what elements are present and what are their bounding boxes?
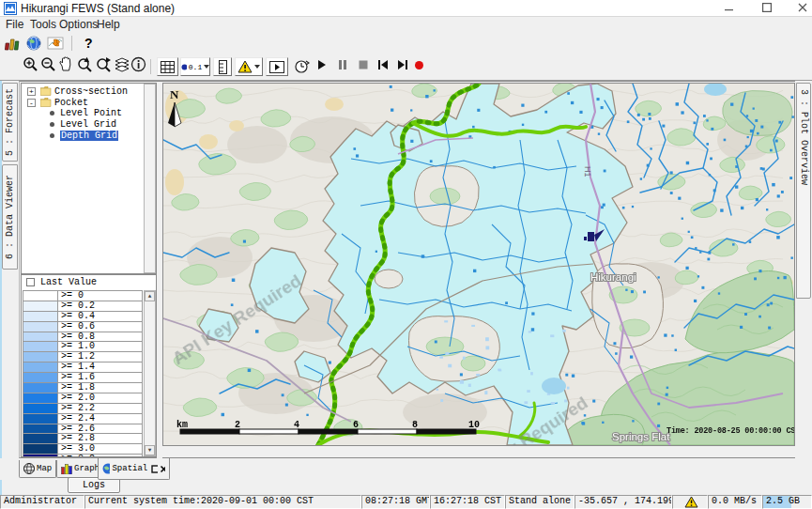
skip-start-icon[interactable]: [377, 59, 394, 75]
minimize-button[interactable]: [718, 3, 741, 15]
tree-item-pocket[interactable]: -Pocket: [22, 98, 156, 109]
legend-swatch: [23, 322, 58, 332]
stop-icon[interactable]: [358, 59, 375, 75]
scroll-down-icon[interactable]: ▼: [145, 445, 155, 455]
tree-item-level-point[interactable]: Level Point: [22, 108, 156, 119]
tab-forecast[interactable]: 5 : Forecast: [2, 83, 18, 162]
tab-spatial[interactable]: Spatial: [98, 458, 170, 480]
legend-row: >= 2.4: [23, 414, 143, 424]
tab-plot-overview[interactable]: 3 : Plot Overview: [796, 83, 811, 299]
legend-swatch: [23, 424, 58, 435]
scroll-up-icon[interactable]: ▲: [145, 291, 155, 301]
map-label-hikurangi: Hikurangi: [590, 271, 636, 283]
tree-scrollbar[interactable]: [144, 84, 156, 273]
timer-icon[interactable]: [294, 58, 311, 74]
zoom-previous-icon[interactable]: [76, 56, 93, 72]
legend-swatch: [23, 455, 58, 456]
menu-tools[interactable]: Tools: [30, 18, 56, 31]
record-icon[interactable]: [414, 60, 431, 76]
animation-button[interactable]: [266, 57, 288, 76]
status-local-time: 16:27:18 CST: [430, 495, 505, 509]
last-value-label: Last Value: [40, 277, 97, 287]
globe-icon[interactable]: [26, 36, 43, 52]
tab-data-viewer[interactable]: 6 : Data Viewer: [2, 164, 18, 270]
graph-tab-icon: [61, 463, 72, 474]
application-window: Hikurangi FEWS (Stand alone) File Tools …: [0, 0, 812, 509]
info-icon[interactable]: [130, 56, 147, 72]
legend-row: >= 3.2: [23, 455, 143, 456]
legend-label: >= 0.6: [58, 322, 143, 332]
svg-text:4: 4: [294, 420, 299, 430]
logs-row: Logs: [0, 480, 812, 495]
play-icon[interactable]: [316, 59, 333, 75]
view-tabs: Map Graph Spatial: [0, 458, 812, 480]
status-memory: 2.5 GB: [762, 495, 812, 509]
status-gmt-time: 08:27:18 GMT: [361, 495, 430, 509]
status-user: Administrator: [0, 495, 84, 509]
status-warning-cell[interactable]: [672, 495, 708, 509]
legend-swatch: [23, 362, 58, 373]
legend-swatch: [23, 301, 58, 312]
tab-restore-icon[interactable]: [151, 465, 157, 473]
spatial-panel: +Cross~section-PocketLevel PointLevel Gr…: [19, 81, 795, 458]
folder-icon: [40, 98, 52, 107]
tree-expander[interactable]: -: [27, 99, 36, 107]
tree-item-cross-section[interactable]: +Cross~section: [22, 86, 156, 98]
layers-icon[interactable]: [114, 56, 130, 72]
menu-help[interactable]: Help: [97, 18, 120, 31]
legend-swatch: [23, 434, 58, 444]
tab-close-icon[interactable]: [160, 465, 165, 473]
explorer-icon[interactable]: [5, 36, 22, 52]
pan-icon[interactable]: [58, 56, 75, 72]
zoom-in-icon[interactable]: [23, 56, 39, 72]
legend-scrollbar[interactable]: ▲ ▼: [144, 290, 156, 456]
help-button[interactable]: ?: [84, 36, 101, 52]
legend-label: >= 2.4: [58, 414, 143, 424]
folder-icon: [40, 86, 52, 96]
legend-swatch: [23, 342, 58, 352]
legend-swatch: [23, 444, 58, 455]
close-button[interactable]: [791, 3, 812, 15]
legend-swatch: [23, 393, 58, 404]
tree-item-level-grid[interactable]: Level Grid: [22, 119, 156, 131]
zoom-out-icon[interactable]: [40, 56, 57, 72]
legend-swatch: [23, 352, 58, 362]
last-value-checkbox[interactable]: [26, 278, 35, 286]
tree-bullet: [50, 122, 54, 127]
spatial-tab-icon: [102, 463, 110, 474]
menu-bar: File Tools Options Help: [0, 17, 812, 33]
window-title: Hikurangi FEWS (Stand alone): [21, 2, 175, 15]
warning-button[interactable]: [235, 57, 263, 76]
legend-swatch: [23, 332, 58, 343]
legend-row: >= 0.6: [23, 322, 143, 332]
skip-end-icon[interactable]: [396, 59, 413, 75]
timeseries-dialog-icon[interactable]: [47, 36, 64, 52]
status-bar: Administrator Current system time:2020-0…: [0, 495, 812, 509]
menu-file[interactable]: File: [6, 18, 23, 31]
tree-expander[interactable]: +: [27, 87, 36, 96]
interval-button[interactable]: 0.1: [180, 57, 210, 76]
tree-item-depth-grid[interactable]: Depth Grid: [22, 131, 156, 142]
title-bar: Hikurangi FEWS (Stand alone): [0, 0, 812, 17]
last-value-row: Last Value: [22, 275, 156, 289]
status-mode: Stand alone: [505, 495, 575, 509]
legend-swatch: [23, 404, 58, 414]
status-network: 0.0 MB/s: [708, 495, 762, 509]
map-view[interactable]: API Key Required API Key Required Hikura…: [162, 83, 795, 446]
zoom-next-icon[interactable]: [95, 56, 112, 72]
pause-icon[interactable]: [337, 59, 354, 75]
map-tab-icon: [23, 463, 35, 474]
legend-label: >= 3.2: [58, 455, 143, 456]
scale-bar-button[interactable]: [213, 57, 232, 76]
map-time-label: Time: 2020-08-25 00:00:00 CST: [666, 426, 794, 436]
tab-map[interactable]: Map: [19, 460, 56, 478]
legend-swatch: [23, 373, 58, 383]
tree-bullet: [50, 133, 54, 138]
svg-text:8: 8: [412, 420, 418, 430]
svg-text:6: 6: [353, 420, 359, 430]
status-system-time: Current system time:2020-09-01 00:00 CST: [84, 495, 361, 509]
menu-options[interactable]: Options: [59, 18, 98, 31]
maximize-button[interactable]: [756, 3, 778, 15]
grid-button[interactable]: [157, 57, 178, 76]
map-toolbar: 0.1: [0, 54, 812, 81]
